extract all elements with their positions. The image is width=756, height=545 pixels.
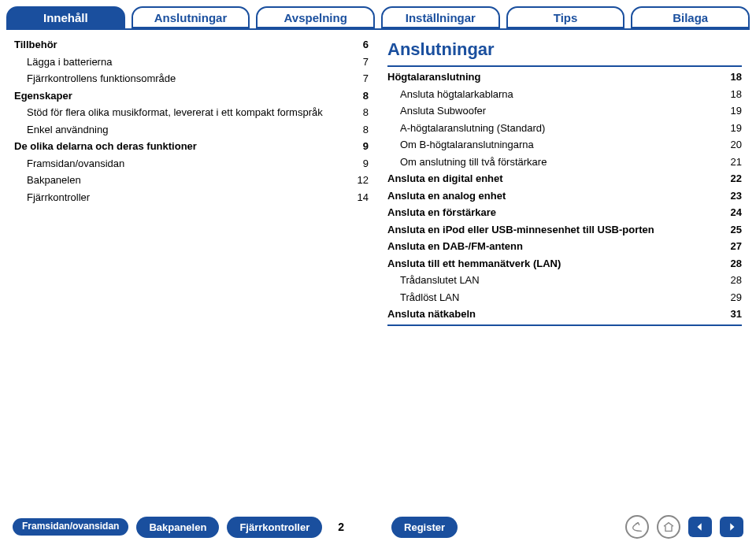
toc-label: Om anslutning till två förstärkare xyxy=(400,154,720,170)
toc-label: Ansluta till ett hemmanätverk (LAN) xyxy=(387,256,720,272)
toc-row[interactable]: Fjärrkontroller14 xyxy=(14,189,369,206)
toc-page: 28 xyxy=(720,272,742,288)
toc-page: 8 xyxy=(346,105,369,120)
toc-label: Lägga i batterierna xyxy=(27,54,346,70)
toc-label: Ansluta en analog enhet xyxy=(387,188,720,204)
toc-page: 14 xyxy=(346,190,369,206)
home-icon[interactable] xyxy=(657,515,680,539)
toc-row[interactable]: De olika delarna och deras funktioner9 xyxy=(14,138,369,155)
toc-row[interactable]: Om B-högtalaranslutningarna20 xyxy=(387,136,742,154)
toc-label: A-högtalaranslutning (Standard) xyxy=(400,120,720,136)
toc-label: Högtalaranslutning xyxy=(387,69,720,85)
section-title: Anslutningar xyxy=(387,36,742,62)
toc-row[interactable]: Om anslutning till två förstärkare21 xyxy=(387,154,742,171)
toc-page: 29 xyxy=(720,290,742,306)
toc-label: Ansluta en digital enhet xyxy=(387,171,720,187)
toc-page: 22 xyxy=(720,171,742,187)
toc-row[interactable]: Enkel användning8 xyxy=(14,121,369,139)
tab-2[interactable]: Avspelning xyxy=(256,6,375,28)
toc-row[interactable]: Ansluta en iPod eller USB-minnesenhet ti… xyxy=(387,221,742,239)
content-area: Tillbehör6Lägga i batterierna7Fjärrkontr… xyxy=(0,30,756,328)
toc-page: 18 xyxy=(720,69,742,85)
toc-row[interactable]: Bakpanelen12 xyxy=(14,172,369,189)
toc-page: 19 xyxy=(720,120,742,136)
toc-page: 20 xyxy=(720,137,742,153)
toc-label: Bakpanelen xyxy=(27,172,346,188)
toc-page: 8 xyxy=(346,88,369,104)
toc-row[interactable]: Trådlöst LAN29 xyxy=(387,289,742,306)
toc-page: 28 xyxy=(720,256,742,272)
prev-page-button[interactable] xyxy=(688,517,712,537)
toc-label: Ansluta en iPod eller USB-minnesenhet ti… xyxy=(387,222,720,238)
toc-page: 12 xyxy=(346,172,369,188)
toc-page: 31 xyxy=(720,306,742,322)
toc-page: 19 xyxy=(720,103,742,119)
toc-label: Framsidan/ovansidan xyxy=(27,156,346,172)
toc-row[interactable]: Egenskaper8 xyxy=(14,87,369,105)
toc-page: 27 xyxy=(720,239,742,254)
toc-page: 6 xyxy=(346,37,369,53)
toc-page: 7 xyxy=(346,54,369,70)
toc-page: 9 xyxy=(346,156,369,172)
toc-label: Trådlöst LAN xyxy=(400,290,720,306)
toc-row[interactable]: Fjärrkontrollens funktionsområde7 xyxy=(14,70,369,87)
toc-row[interactable]: Ansluta högtalarkablarna18 xyxy=(387,86,742,103)
next-page-button[interactable] xyxy=(720,517,743,537)
framsidan-button[interactable]: Framsidan/ovansidan xyxy=(13,518,128,535)
tab-5[interactable]: Bilaga xyxy=(631,6,750,28)
toc-label: De olika delarna och deras funktioner xyxy=(14,139,346,154)
toc-label: Trådanslutet LAN xyxy=(400,272,720,288)
section-divider xyxy=(387,65,742,67)
toc-page: 8 xyxy=(346,122,369,138)
toc-row[interactable]: Högtalaranslutning18 xyxy=(387,69,742,86)
bottom-bar: Framsidan/ovansidan Bakpanelen Fjärrkont… xyxy=(0,515,756,539)
top-tabs: InnehållAnslutningarAvspelningInställnin… xyxy=(0,0,756,28)
tab-0[interactable]: Innehåll xyxy=(6,6,125,28)
toc-page: 23 xyxy=(720,188,742,204)
bakpanelen-button[interactable]: Bakpanelen xyxy=(136,517,219,538)
toc-row[interactable]: Stöd för flera olika musikformat, levere… xyxy=(14,104,369,121)
fjarrkontroller-button[interactable]: Fjärrkontroller xyxy=(227,517,322,538)
toc-label: Egenskaper xyxy=(14,88,346,104)
toc-row[interactable]: Ansluta en DAB-/FM-antenn27 xyxy=(387,238,742,255)
toc-row[interactable]: Ansluta till ett hemmanätverk (LAN)28 xyxy=(387,255,742,272)
register-button[interactable]: Register xyxy=(391,517,458,538)
toc-row[interactable]: Framsidan/ovansidan9 xyxy=(14,155,369,172)
toc-page: 7 xyxy=(346,71,369,87)
tab-1[interactable]: Anslutningar xyxy=(132,6,250,28)
toc-row[interactable]: Ansluta Subwoofer19 xyxy=(387,102,742,120)
toc-page: 24 xyxy=(720,205,742,221)
toc-row[interactable]: Ansluta en förstärkare24 xyxy=(387,204,742,221)
toc-page: 21 xyxy=(720,154,742,170)
toc-label: Tillbehör xyxy=(14,37,346,53)
toc-label: Fjärrkontroller xyxy=(27,190,346,206)
toc-row[interactable]: Ansluta en analog enhet23 xyxy=(387,187,742,205)
page-number: 2 xyxy=(330,521,352,533)
toc-row[interactable]: Ansluta nätkabeln31 xyxy=(387,306,742,323)
toc-label: Stöd för flera olika musikformat, levere… xyxy=(27,105,346,120)
toc-label: Ansluta högtalarkablarna xyxy=(400,87,720,102)
toc-label: Ansluta en DAB-/FM-antenn xyxy=(387,239,720,254)
toc-label: Fjärrkontrollens funktionsområde xyxy=(27,71,346,87)
toc-page: 9 xyxy=(346,139,369,154)
tab-4[interactable]: Tips xyxy=(506,6,625,28)
toc-page: 25 xyxy=(720,222,742,238)
toc-row[interactable]: Tillbehör6 xyxy=(14,36,369,54)
toc-label: Ansluta en förstärkare xyxy=(387,205,720,221)
section-divider-bottom xyxy=(387,324,742,326)
toc-label: Enkel användning xyxy=(27,122,346,138)
toc-label: Om B-högtalaranslutningarna xyxy=(400,137,720,153)
toc-row[interactable]: Trådanslutet LAN28 xyxy=(387,272,742,289)
toc-row[interactable]: Ansluta en digital enhet22 xyxy=(387,170,742,187)
back-icon[interactable] xyxy=(625,515,649,539)
tab-3[interactable]: Inställningar xyxy=(381,6,500,28)
toc-page: 18 xyxy=(720,87,742,102)
toc-row[interactable]: Lägga i batterierna7 xyxy=(14,54,369,71)
toc-label: Ansluta Subwoofer xyxy=(400,103,720,119)
toc-label: Ansluta nätkabeln xyxy=(387,306,720,322)
left-column: Tillbehör6Lägga i batterierna7Fjärrkontr… xyxy=(14,36,369,328)
toc-row[interactable]: A-högtalaranslutning (Standard)19 xyxy=(387,120,742,137)
right-column: Anslutningar Högtalaranslutning18Ansluta… xyxy=(387,36,742,328)
